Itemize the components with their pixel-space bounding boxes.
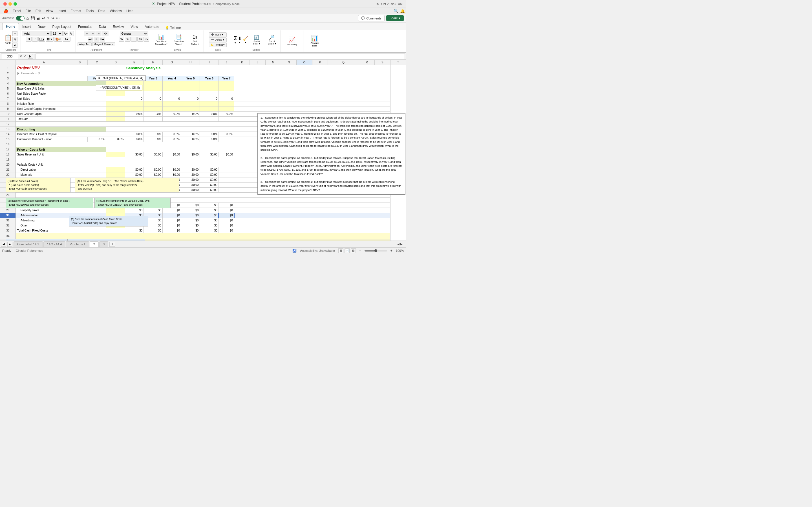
col-header-F[interactable]: F <box>144 60 162 65</box>
menu-help[interactable]: Help <box>124 8 136 13</box>
row-number[interactable]: 16 <box>0 142 16 147</box>
row-number[interactable]: 21 <box>0 167 16 172</box>
input-cell[interactable] <box>106 172 125 177</box>
input-cell[interactable] <box>200 107 218 112</box>
font-size-decrease[interactable]: A- <box>69 31 74 36</box>
unit-sales-y0[interactable] <box>106 96 125 101</box>
row-number[interactable]: 26 <box>0 193 16 198</box>
row-number[interactable]: 7 <box>0 96 16 101</box>
col-header-K[interactable]: K <box>234 60 250 65</box>
cdf-y5[interactable]: 0.0% <box>181 137 200 142</box>
scroll-tabs-right[interactable]: ▶ <box>7 242 12 247</box>
merge-center-button[interactable]: Merge & Center ▾ <box>92 42 115 46</box>
selected-cell-O30[interactable]: $0 <box>218 213 234 218</box>
sheet-tab-completed141[interactable]: Completed 14.1 <box>13 241 43 247</box>
cell[interactable] <box>181 91 200 96</box>
cdf-y4[interactable]: 0.0% <box>162 137 181 142</box>
undo-dropdown[interactable]: ▼ <box>47 17 50 20</box>
col-header-D[interactable]: D <box>106 60 125 65</box>
format-cells-button[interactable]: 📐 Format ▾ <box>209 43 227 47</box>
cdf-y3[interactable]: 0.0% <box>144 137 162 142</box>
row-number[interactable]: 33 <box>0 228 16 233</box>
notification-icon[interactable]: 🔔 <box>400 9 405 13</box>
col-header-J[interactable]: J <box>218 60 234 65</box>
share-button[interactable]: Share ▾ <box>386 15 404 21</box>
input-cell[interactable] <box>106 117 125 122</box>
unit-sales-y5[interactable]: 0 <box>200 96 218 101</box>
font-size-increase[interactable]: A+ <box>63 31 68 36</box>
menu-insert[interactable]: Insert <box>55 8 68 13</box>
borders-button[interactable]: ⊞ ▾ <box>46 37 54 42</box>
cell[interactable] <box>162 117 181 122</box>
input-cell[interactable] <box>106 101 125 107</box>
formula-bar-cancel[interactable]: ✕ <box>19 54 22 58</box>
menu-file[interactable]: File <box>23 8 33 13</box>
col-header-I[interactable]: I <box>200 60 218 65</box>
row-number[interactable]: 19 <box>0 157 16 162</box>
unit-sales-y4[interactable]: 0 <box>181 96 200 101</box>
home-icon[interactable]: ⌂ <box>26 16 29 20</box>
row-number[interactable]: 31 <box>0 218 16 223</box>
dr-y5[interactable]: 0.0% <box>200 132 218 137</box>
dr-y3[interactable]: 0.0% <box>162 132 181 137</box>
input-cell[interactable] <box>144 86 162 91</box>
cell[interactable] <box>181 117 200 122</box>
normal-view-button[interactable]: ⊞ <box>338 248 343 253</box>
col-header-B[interactable]: B <box>72 60 87 65</box>
autosave-toggle[interactable] <box>16 16 24 20</box>
row-number[interactable]: 8 <box>0 101 16 107</box>
tab-page-layout[interactable]: Page Layout <box>49 24 74 30</box>
input-cell[interactable] <box>144 101 162 107</box>
menu-data[interactable]: Data <box>96 8 107 13</box>
save-icon[interactable]: 💾 <box>31 16 35 20</box>
formula-bar-confirm[interactable]: ✓ <box>23 54 27 58</box>
row-number[interactable]: 20 <box>0 162 16 167</box>
tab-draw[interactable]: Draw <box>34 24 49 30</box>
col-header-C[interactable]: C <box>87 60 106 65</box>
align-center[interactable]: ≡ <box>94 37 99 42</box>
maximize-button[interactable] <box>13 2 17 6</box>
input-cell[interactable] <box>144 81 162 86</box>
print-icon[interactable]: 🖨 <box>37 16 40 20</box>
col-header-R[interactable]: R <box>359 60 374 65</box>
paste-button[interactable]: 📋 Paste <box>4 34 12 45</box>
col-header-P[interactable]: P <box>312 60 327 65</box>
cell[interactable] <box>125 91 144 96</box>
font-size-select[interactable]: 12 <box>51 31 63 36</box>
tell-me[interactable]: 💡 Tell me <box>165 26 181 30</box>
menu-format[interactable]: Format <box>68 8 84 13</box>
input-cell[interactable] <box>106 208 125 213</box>
col-header-T[interactable]: T <box>390 60 406 65</box>
input-cell[interactable] <box>181 101 200 107</box>
menu-view[interactable]: View <box>43 8 55 13</box>
cell[interactable] <box>125 117 144 122</box>
row-number[interactable]: 4 <box>0 81 16 86</box>
number-format-select[interactable]: General Number Currency Percentage <box>120 31 148 36</box>
row-number[interactable]: 32 <box>0 223 16 228</box>
align-top-center[interactable]: ≡ <box>90 31 96 36</box>
sheet-tab-142-144[interactable]: 14.2 - 14.4 <box>43 241 66 247</box>
zoom-plus[interactable]: + <box>391 249 393 252</box>
row-number[interactable]: 11 <box>0 117 16 122</box>
rcc-y1[interactable]: 0.0% <box>125 112 144 117</box>
col-header-O[interactable]: O <box>297 60 312 65</box>
row-number[interactable]: 29 <box>0 208 16 213</box>
delete-cells-button[interactable]: ➖ Delete ▾ <box>209 38 227 42</box>
increase-decimal[interactable]: .0+ <box>137 37 143 42</box>
row-number[interactable]: 12 <box>0 122 16 127</box>
underline-button[interactable]: U ▾ <box>38 37 45 42</box>
tab-automate[interactable]: Automate <box>141 24 162 30</box>
col-header-N[interactable]: N <box>281 60 297 65</box>
cell[interactable] <box>218 91 234 96</box>
autosum-button[interactable]: Σ ▾ <box>234 36 237 44</box>
page-layout-view-button[interactable]: 📄 <box>345 248 350 253</box>
unit-sales-y2[interactable]: 0 <box>144 96 162 101</box>
row-number[interactable]: 5 <box>0 86 16 91</box>
cell[interactable] <box>162 91 181 96</box>
clear-button[interactable]: 🧹 ▾ <box>243 36 248 44</box>
menu-edit[interactable]: Edit <box>33 8 44 13</box>
col-header-M[interactable]: M <box>265 60 281 65</box>
cut-button[interactable]: ✂ <box>12 31 17 36</box>
conditional-formatting-button[interactable]: 📊 ConditionalFormatting ▾ <box>153 34 170 45</box>
sr-y3[interactable]: $0.00 <box>162 152 181 157</box>
